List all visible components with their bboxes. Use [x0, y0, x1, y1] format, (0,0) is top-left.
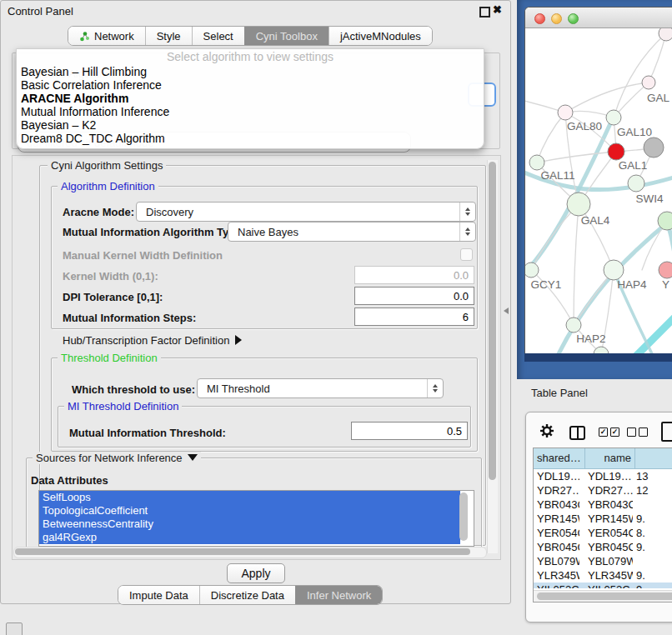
edge[interactable]	[574, 204, 579, 325]
column-header-name[interactable]: name	[585, 448, 635, 468]
node-GAL80[interactable]	[558, 105, 573, 120]
node-green-right[interactable]	[658, 212, 672, 230]
aracne-mode-combo[interactable]: Discovery	[136, 202, 476, 222]
table-row[interactable]: YLR345WYLR345W9.	[534, 568, 672, 582]
algorithm-option-basic-correlation-inference[interactable]: Basic Correlation Inference	[17, 78, 484, 92]
attribute-item-topologicalcoefficient[interactable]: TopologicalCoefficient	[39, 504, 460, 518]
stepper-icon[interactable]	[459, 202, 475, 221]
table-hscrollbar-thumb[interactable]	[537, 592, 672, 600]
table-cell: YPR145W	[579, 512, 633, 526]
apply-button[interactable]: Apply	[227, 563, 285, 583]
node-gal-partial[interactable]	[642, 76, 655, 89]
tab-network[interactable]: Network	[68, 27, 145, 45]
mi-steps-field[interactable]: 6	[354, 308, 474, 326]
node-GAL4[interactable]	[567, 192, 590, 216]
list-scrollbar-thumb[interactable]	[459, 492, 468, 541]
table-header-row[interactable]: shared…name	[534, 448, 672, 469]
kernel-width-field[interactable]: 0.0	[354, 266, 474, 284]
kernel-width-label: Kernel Width (0,1):	[63, 270, 158, 282]
node-GAL11[interactable]	[529, 155, 544, 170]
node-salmon-node[interactable]	[659, 262, 672, 278]
split-columns-icon[interactable]	[569, 426, 585, 440]
node-HAP2[interactable]	[566, 318, 581, 332]
which-threshold-combo[interactable]: MI Threshold	[197, 378, 444, 398]
node-gray-node[interactable]	[644, 138, 664, 158]
algorithm-option-bayesian-hill-climbing[interactable]: Bayesian – Hill Climbing	[17, 65, 484, 78]
tab-label: jActiveMNodules	[340, 30, 421, 42]
network-window-titlebar[interactable]	[525, 8, 672, 28]
attribute-item-selfloops[interactable]: SelfLoops	[39, 491, 460, 504]
float-window-icon[interactable]	[479, 7, 490, 18]
manual-kernel-checkbox[interactable]	[460, 248, 473, 261]
table-hscrollbar-track[interactable]	[534, 590, 672, 602]
hub-definition-toggle[interactable]: Hub/Transcription Factor Definition	[63, 334, 242, 347]
close-traffic-light-icon[interactable]	[534, 13, 545, 24]
table-row[interactable]: YBR045CYBR045C9.	[534, 540, 672, 554]
minimized-panel-icon[interactable]	[6, 622, 23, 635]
mi-type-combo[interactable]: Naive Bayes	[228, 222, 476, 242]
table-row[interactable]: YPR145WYPR145W9.	[534, 512, 672, 526]
tab-select[interactable]: Select	[192, 27, 244, 45]
edge[interactable]	[537, 152, 616, 162]
settings-gear-icon[interactable]	[539, 423, 554, 438]
node-GAL1[interactable]	[608, 143, 624, 160]
tab-cyni-toolbox[interactable]: Cyni Toolbox	[244, 27, 328, 45]
column-header-shared[interactable]: shared…	[534, 448, 585, 468]
table-row[interactable]: YBL079WYBL079W	[534, 554, 672, 568]
table-row[interactable]: YBR043CYBR043C	[534, 498, 672, 512]
mi-threshold-field[interactable]: 0.5	[351, 422, 468, 440]
dpi-tolerance-label: DPI Tolerance [0,1]:	[63, 291, 163, 303]
node-GCY1[interactable]	[525, 262, 539, 278]
tab-style[interactable]: Style	[145, 27, 192, 45]
table-row[interactable]: YDL19…YDL19…13	[534, 469, 672, 483]
checked-box-icon: ✓	[610, 428, 619, 437]
hub-definition-label: Hub/Transcription Factor Definition	[63, 334, 229, 347]
close-icon[interactable]: ✖	[493, 3, 502, 16]
minimize-traffic-light-icon[interactable]	[551, 13, 562, 24]
zoom-traffic-light-icon[interactable]	[568, 13, 579, 24]
network-canvas[interactable]: GALGAL80GAL10GAL1GAL11SWI4GAL4GCY1HAP4YH…	[525, 28, 672, 354]
checked-box-icon: ✓	[599, 428, 608, 437]
panel-splitter-collapse-icon[interactable]	[504, 308, 509, 314]
tab-label: Infer Network	[307, 589, 371, 602]
tab-discretize-data[interactable]: Discretize Data	[199, 586, 295, 604]
algorithm-option-dream8-dc-tdc-algorithm[interactable]: Dream8 DC_TDC Algorithm	[17, 132, 484, 145]
manual-kernel-label: Manual Kernel Width Definition	[63, 249, 223, 262]
algorithm-option-mutual-information-inference[interactable]: Mutual Information Inference	[17, 105, 484, 118]
attribute-item-gal4rgexp[interactable]: gal4RGexp	[39, 531, 460, 544]
edge[interactable]	[565, 82, 649, 112]
attribute-item-betweennesscentrality[interactable]: BetweennessCentrality	[39, 518, 460, 531]
cyni-algorithm-settings-title: Cyni Algorithm Settings	[48, 159, 166, 172]
settings-vscrollbar-thumb[interactable]	[489, 162, 496, 480]
control-panel-title: Control Panel	[8, 5, 73, 18]
tab-infer-network[interactable]: Infer Network	[295, 586, 382, 604]
edge[interactable]	[537, 112, 565, 162]
sources-group-toggle[interactable]: Sources for Network Inference	[33, 452, 201, 464]
algorithm-option-aracne-algorithm[interactable]: ARACNE Algorithm	[17, 92, 484, 105]
table-cell: YDL19…	[534, 469, 579, 483]
node-HAP4[interactable]	[604, 260, 624, 280]
algorithm-option-bayesian-k2[interactable]: Bayesian – K2	[17, 118, 484, 132]
column-header-col2[interactable]	[635, 448, 672, 468]
edge[interactable]	[614, 33, 666, 118]
tab-impute-data[interactable]: Impute Data	[118, 586, 199, 604]
edge-teal[interactable]	[545, 222, 669, 354]
table-row[interactable]: YER054CYER054C8.	[534, 526, 672, 540]
dpi-tolerance-field[interactable]: 0.0	[354, 287, 474, 305]
stepper-icon[interactable]	[459, 222, 475, 241]
page-partial-icon[interactable]	[661, 422, 672, 442]
node-pale-top[interactable]	[659, 28, 672, 41]
select-none-unchecked-icon[interactable]	[627, 428, 648, 437]
table-cell: YLR345W	[579, 568, 633, 582]
settings-hscrollbar-thumb[interactable]	[15, 548, 470, 555]
stepper-icon[interactable]	[427, 379, 443, 398]
edge-bright[interactable]	[605, 312, 672, 354]
node-GAL10[interactable]	[606, 110, 621, 125]
tab-jactivemnodules[interactable]: jActiveMNodules	[328, 27, 432, 45]
table-row[interactable]: YDR27…YDR27…12	[534, 483, 672, 498]
select-all-checked-icon[interactable]: ✓ ✓	[599, 428, 619, 437]
table-row[interactable]: YIL052CYIL052C9	[534, 582, 672, 588]
node-SWI4[interactable]	[628, 175, 644, 192]
data-attributes-list[interactable]: SelfLoopsTopologicalCoefficientBetweenne…	[38, 490, 474, 547]
chevron-right-icon	[235, 335, 242, 345]
